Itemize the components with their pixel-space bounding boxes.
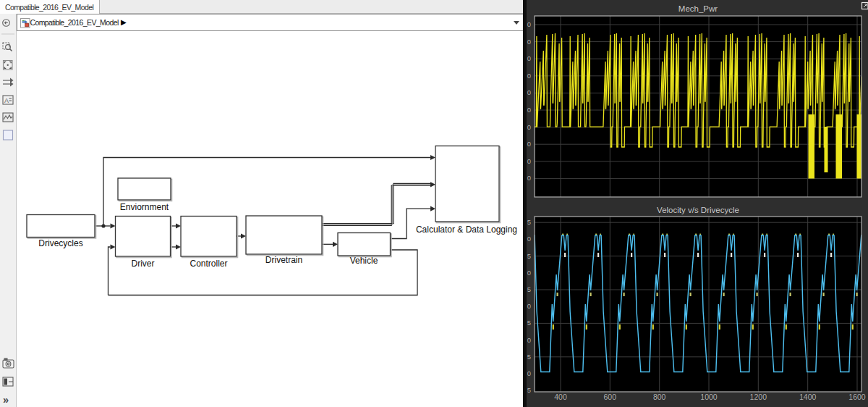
svg-text:0: 0	[527, 54, 531, 62]
svg-text:1400: 1400	[799, 393, 817, 401]
svg-text:600: 600	[604, 393, 617, 401]
svg-text:0: 0	[527, 269, 531, 277]
svg-text:0: 0	[527, 157, 531, 165]
svg-text:800: 800	[653, 393, 666, 401]
svg-text:5: 5	[527, 386, 531, 394]
svg-text:5: 5	[527, 319, 531, 327]
svg-text:Enviornment: Enviornment	[120, 202, 169, 212]
svg-text:1000: 1000	[700, 393, 718, 401]
svg-text:5: 5	[527, 285, 531, 293]
svg-text:Mech_Pwr: Mech_Pwr	[678, 4, 718, 13]
svg-text:5: 5	[527, 218, 531, 226]
svg-text:Vehicle: Vehicle	[350, 256, 378, 266]
svg-text:400: 400	[554, 393, 567, 401]
svg-text:Drivecycles: Drivecycles	[38, 238, 82, 248]
svg-text:0: 0	[527, 123, 531, 131]
svg-text:0: 0	[527, 369, 531, 377]
svg-text:0: 0	[527, 106, 531, 114]
svg-text:0: 0	[527, 302, 531, 310]
svg-text:0: 0	[527, 72, 531, 80]
svg-text:Velocity v/s Drivecycle: Velocity v/s Drivecycle	[657, 206, 739, 214]
svg-text:0: 0	[527, 235, 531, 243]
svg-text:0: 0	[527, 174, 531, 182]
svg-text:0: 0	[527, 336, 531, 344]
svg-text:Controller: Controller	[190, 259, 227, 269]
svg-text:0: 0	[527, 88, 531, 96]
svg-text:0: 0	[527, 20, 531, 28]
svg-text:Drivetrain: Drivetrain	[265, 255, 302, 265]
svg-text:Calculator & Data Logging: Calculator & Data Logging	[416, 225, 517, 235]
svg-text:0: 0	[527, 140, 531, 148]
svg-text:Driver: Driver	[132, 259, 155, 269]
svg-text:5: 5	[527, 252, 531, 260]
svg-text:1200: 1200	[750, 393, 767, 401]
svg-text:0: 0	[527, 38, 531, 46]
svg-text:1600: 1600	[848, 393, 866, 401]
svg-text:5: 5	[527, 353, 531, 361]
